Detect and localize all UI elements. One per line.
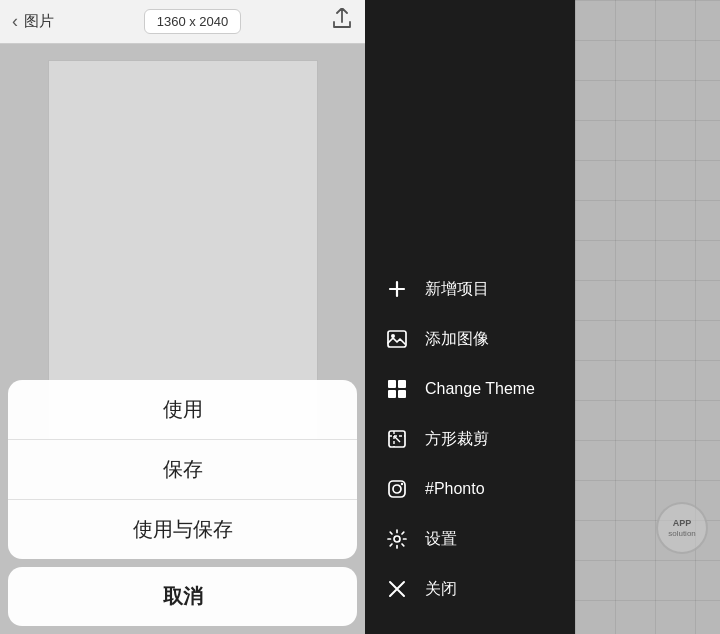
- phonto-icon: [385, 477, 409, 501]
- action-sheet-cancel-group: 取消: [8, 567, 357, 626]
- svg-point-8: [393, 485, 401, 493]
- image-size-badge: 1360 x 2040: [144, 9, 242, 34]
- action-use-and-save-button[interactable]: 使用与保存: [8, 500, 357, 559]
- top-bar: ‹ 图片 1360 x 2040: [0, 0, 365, 44]
- action-save-button[interactable]: 保存: [8, 440, 357, 500]
- crop-icon: [385, 427, 409, 451]
- left-panel: ‹ 图片 1360 x 2040 使用 保存 使用与保存 取消: [0, 0, 365, 634]
- add-image-label: 添加图像: [425, 329, 489, 350]
- add-item-label: 新增项目: [425, 279, 489, 300]
- menu-item-theme[interactable]: Change Theme: [365, 364, 575, 414]
- dark-menu: 新增项目 添加图像: [365, 0, 575, 634]
- svg-rect-2: [388, 380, 396, 388]
- share-button[interactable]: [331, 8, 353, 35]
- change-theme-label: Change Theme: [425, 380, 535, 398]
- menu-item-settings[interactable]: 设置: [365, 514, 575, 564]
- menu-item-phonto[interactable]: #Phonto: [365, 464, 575, 514]
- menu-items: 新增项目 添加图像: [365, 264, 575, 614]
- menu-item-crop[interactable]: 方形裁剪: [365, 414, 575, 464]
- share-icon: [331, 12, 353, 34]
- close-icon: [385, 577, 409, 601]
- phonto-label: #Phonto: [425, 480, 485, 498]
- svg-rect-3: [398, 380, 406, 388]
- svg-rect-5: [398, 390, 406, 398]
- action-use-button[interactable]: 使用: [8, 380, 357, 440]
- right-background: APP solution: [575, 0, 720, 634]
- square-crop-label: 方形裁剪: [425, 429, 489, 450]
- svg-point-10: [394, 536, 400, 542]
- back-button[interactable]: ‹ 图片: [12, 11, 54, 32]
- settings-label: 设置: [425, 529, 457, 550]
- svg-rect-0: [388, 331, 406, 347]
- app-solution-badge: APP solution: [656, 502, 708, 554]
- back-chevron-icon: ‹: [12, 11, 18, 32]
- add-icon: [385, 277, 409, 301]
- badge-app-text: APP: [673, 518, 692, 529]
- settings-icon: [385, 527, 409, 551]
- back-label: 图片: [24, 12, 54, 31]
- action-sheet-group: 使用 保存 使用与保存: [8, 380, 357, 559]
- svg-point-9: [401, 483, 403, 485]
- menu-item-add[interactable]: 新增项目: [365, 264, 575, 314]
- badge-solution-text: solution: [668, 529, 696, 539]
- action-cancel-button[interactable]: 取消: [8, 567, 357, 626]
- theme-icon: [385, 377, 409, 401]
- menu-item-close[interactable]: 关闭: [365, 564, 575, 614]
- menu-item-image[interactable]: 添加图像: [365, 314, 575, 364]
- image-icon: [385, 327, 409, 351]
- close-label: 关闭: [425, 579, 457, 600]
- action-sheet-overlay: 使用 保存 使用与保存 取消: [0, 380, 365, 634]
- right-panel: 新增项目 添加图像: [365, 0, 720, 634]
- svg-rect-4: [388, 390, 396, 398]
